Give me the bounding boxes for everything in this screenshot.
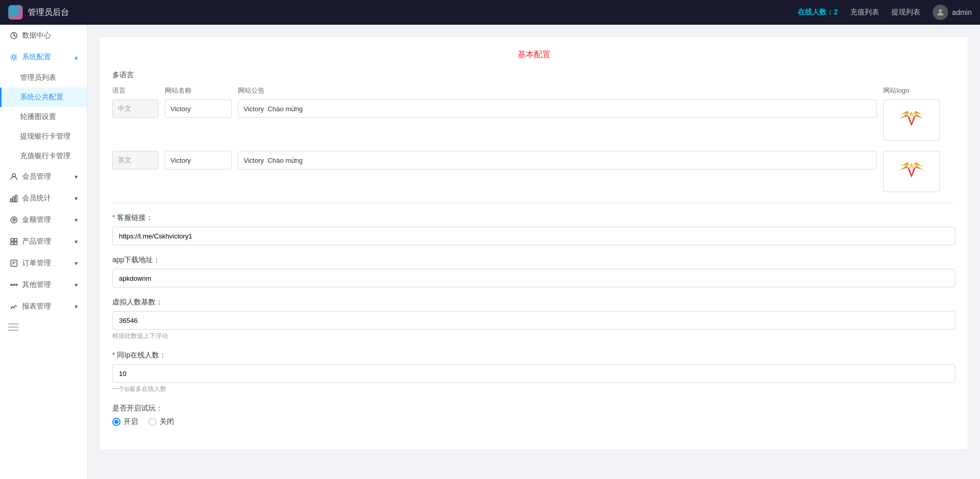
admin-avatar xyxy=(933,5,948,20)
app-logo xyxy=(8,5,23,20)
trial-radio-group: 开启 关闭 xyxy=(112,417,955,426)
svg-rect-10 xyxy=(14,238,17,241)
sidebar-bottom-menu[interactable] xyxy=(0,317,87,338)
customer-service-field: * 客服链接： xyxy=(112,213,955,245)
chevron-down-icon6: ▼ xyxy=(74,282,79,288)
required-mark-1: * xyxy=(112,213,117,221)
radio-open-circle xyxy=(112,418,121,426)
chevron-down-icon3: ▼ xyxy=(74,217,79,223)
sidebar-item-product-mgmt[interactable]: 产品管理 ▼ xyxy=(0,231,87,252)
virtual-users-hint: 根据此数值上下浮动 xyxy=(112,332,955,340)
svg-rect-17 xyxy=(891,105,932,135)
sidebar-item-data-center[interactable]: 数据中心 xyxy=(0,25,87,46)
sidebar-item-other-mgmt[interactable]: 其他管理 ▼ xyxy=(0,274,87,296)
logo-box-0[interactable] xyxy=(883,99,940,141)
app-download-label: app下载地址： xyxy=(112,255,955,265)
lang-row-0 xyxy=(112,99,955,141)
multi-lang-label: 多语言 xyxy=(112,71,955,80)
app-download-field: app下载地址： xyxy=(112,255,955,287)
col-site-notice: 网站公告 xyxy=(238,86,877,95)
col-site-logo: 网站logo xyxy=(883,86,955,95)
svg-rect-12 xyxy=(14,242,17,245)
trial-field: 是否开启试玩： 开启 关闭 xyxy=(112,404,955,426)
svg-point-15 xyxy=(13,284,15,286)
customer-service-label: * 客服链接： xyxy=(112,213,955,223)
main-content: 基本配置 多语言 语言 网站名称 网站公告 网站logo xyxy=(88,25,980,479)
app-title: 管理员后台 xyxy=(28,7,69,18)
svg-point-14 xyxy=(11,284,12,286)
lang-column-headers: 语言 网站名称 网站公告 网站logo xyxy=(112,86,955,95)
app-download-input[interactable] xyxy=(112,269,955,287)
recharge-list-link[interactable]: 充值列表 xyxy=(850,8,879,17)
virtual-users-field: 虚拟人数基数： 根据此数值上下浮动 xyxy=(112,298,955,340)
content-card: 基本配置 多语言 语言 网站名称 网站公告 网站logo xyxy=(100,37,968,449)
logo-img-1 xyxy=(891,156,932,187)
same-ip-field: * 同Ip在线人数： 一个ip最多在线人数 xyxy=(112,351,955,394)
svg-rect-11 xyxy=(11,242,13,245)
logo-img-0 xyxy=(891,105,932,135)
sidebar-label-system-config: 系统配置 xyxy=(22,53,51,62)
sidebar-item-report-mgmt[interactable]: 报表管理 ▼ xyxy=(0,296,87,317)
site-name-input-1[interactable] xyxy=(165,151,232,169)
svg-point-4 xyxy=(12,174,15,177)
sidebar-item-member-stats[interactable]: 会员统计 ▼ xyxy=(0,187,87,209)
site-notice-input-1[interactable] xyxy=(238,151,877,169)
col-site-name: 网站名称 xyxy=(165,86,232,95)
chevron-down-icon: ▼ xyxy=(74,174,79,180)
sidebar: 数据中心 系统配置 ▲ 管理员列表 系统公共配置 轮播图设置 提现银行卡管理 充… xyxy=(0,25,88,479)
sidebar-item-system-config[interactable]: 系统配置 ▲ xyxy=(0,46,87,68)
same-ip-input[interactable] xyxy=(112,364,955,383)
sidebar-label-data-center: 数据中心 xyxy=(22,31,51,40)
sidebar-sub-carousel[interactable]: 轮播图设置 xyxy=(0,107,87,127)
svg-marker-0 xyxy=(12,9,20,16)
page-title: 基本配置 xyxy=(112,49,955,60)
customer-service-input[interactable] xyxy=(112,227,955,245)
sidebar-item-order-mgmt[interactable]: 订单管理 ▼ xyxy=(0,252,87,274)
svg-point-16 xyxy=(16,284,18,286)
required-mark-2: * xyxy=(112,351,117,359)
admin-name: admin xyxy=(952,8,972,16)
chevron-up-icon: ▲ xyxy=(74,55,79,60)
same-ip-hint: 一个ip最多在线人数 xyxy=(112,385,955,394)
sidebar-sub-withdraw-card[interactable]: 提现银行卡管理 xyxy=(0,127,87,146)
trial-open-option[interactable]: 开启 xyxy=(112,417,138,426)
chevron-down-icon2: ▼ xyxy=(74,196,79,201)
logo-box-1[interactable] xyxy=(883,151,940,192)
header-right: 在线人数：2 充值列表 提现列表 admin xyxy=(798,5,972,20)
virtual-users-label: 虚拟人数基数： xyxy=(112,298,955,307)
chevron-down-icon5: ▼ xyxy=(74,261,79,266)
svg-rect-5 xyxy=(10,199,12,202)
svg-rect-20 xyxy=(891,156,932,187)
lang-input-0[interactable] xyxy=(112,99,159,118)
same-ip-label: * 同Ip在线人数： xyxy=(112,351,955,360)
sidebar-sub-admin-list[interactable]: 管理员列表 xyxy=(0,68,87,88)
lang-input-1[interactable] xyxy=(112,151,159,169)
trial-close-option[interactable]: 关闭 xyxy=(148,417,174,426)
withdraw-list-link[interactable]: 提现列表 xyxy=(891,8,920,17)
sidebar-item-amount-mgmt[interactable]: 金额管理 ▼ xyxy=(0,209,87,231)
radio-close-circle xyxy=(148,418,157,426)
svg-rect-7 xyxy=(15,195,17,202)
header: 管理员后台 在线人数：2 充值列表 提现列表 admin xyxy=(0,0,980,25)
svg-rect-6 xyxy=(13,197,14,202)
svg-rect-13 xyxy=(11,260,17,266)
virtual-users-input[interactable] xyxy=(112,311,955,330)
trial-label: 是否开启试玩： xyxy=(112,404,955,413)
svg-rect-9 xyxy=(11,238,13,241)
chevron-down-icon7: ▼ xyxy=(74,304,79,310)
sidebar-sub-recharge-card[interactable]: 充值银行卡管理 xyxy=(0,146,87,166)
site-notice-input-0[interactable] xyxy=(238,99,877,118)
lang-row-1 xyxy=(112,151,955,192)
sidebar-item-member-mgmt[interactable]: 会员管理 ▼ xyxy=(0,166,87,187)
header-left: 管理员后台 xyxy=(8,5,69,20)
col-lang: 语言 xyxy=(112,86,159,95)
divider-1 xyxy=(112,202,955,203)
chevron-down-icon4: ▼ xyxy=(74,239,79,245)
online-count: 在线人数：2 xyxy=(798,8,838,17)
svg-point-1 xyxy=(939,9,942,12)
layout: 数据中心 系统配置 ▲ 管理员列表 系统公共配置 轮播图设置 提现银行卡管理 充… xyxy=(0,25,980,479)
admin-info: admin xyxy=(933,5,972,20)
sidebar-sub-public-config[interactable]: 系统公共配置 xyxy=(0,88,87,107)
svg-point-3 xyxy=(12,56,15,59)
site-name-input-0[interactable] xyxy=(165,99,232,118)
